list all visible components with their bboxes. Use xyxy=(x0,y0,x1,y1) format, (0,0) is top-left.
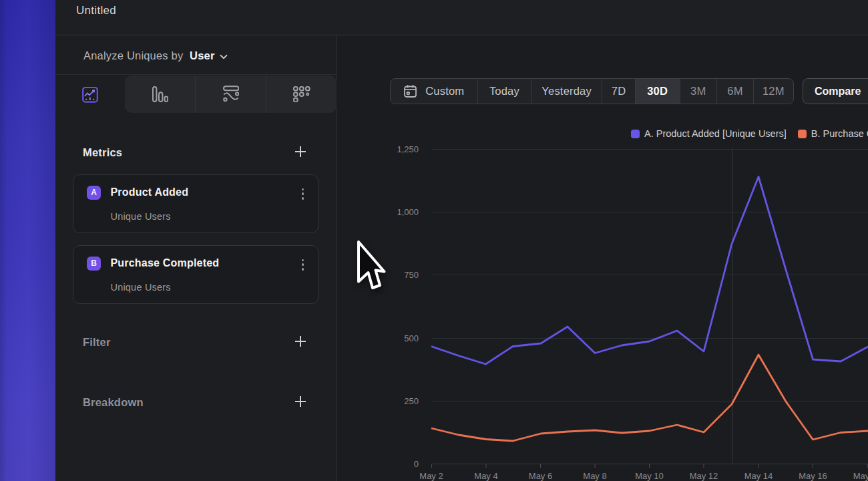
svg-text:May 14: May 14 xyxy=(744,471,773,481)
svg-text:500: 500 xyxy=(404,333,419,343)
svg-text:May 6: May 6 xyxy=(529,471,552,481)
svg-text:May 12: May 12 xyxy=(690,471,718,481)
svg-text:May 8: May 8 xyxy=(583,471,606,481)
svg-text:250: 250 xyxy=(404,396,419,406)
svg-text:750: 750 xyxy=(404,270,419,280)
svg-text:May 2: May 2 xyxy=(419,471,443,481)
svg-text:May 18: May 18 xyxy=(853,471,868,481)
svg-text:1,000: 1,000 xyxy=(397,207,419,217)
svg-text:May 10: May 10 xyxy=(635,471,664,481)
svg-text:0: 0 xyxy=(414,459,419,469)
svg-text:May 16: May 16 xyxy=(799,471,827,481)
svg-text:1,250: 1,250 xyxy=(397,144,419,154)
svg-text:May 4: May 4 xyxy=(474,471,497,481)
